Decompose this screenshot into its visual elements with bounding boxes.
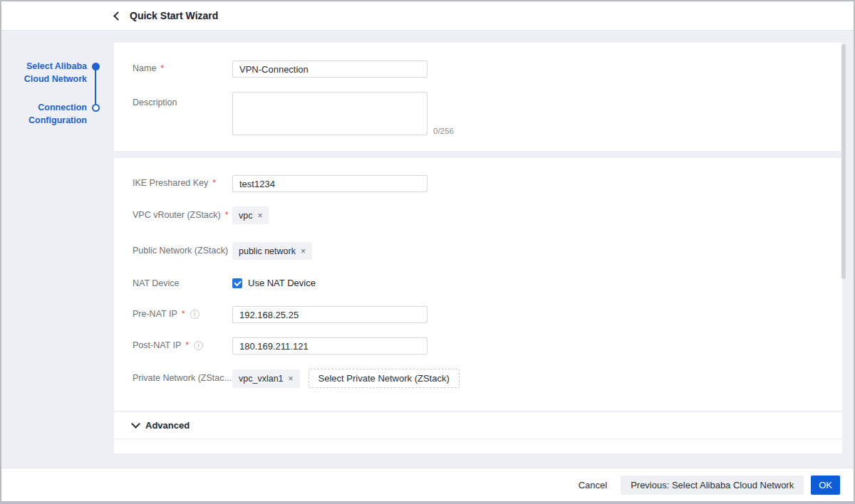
required-asterisk: * (185, 340, 189, 350)
nat-device-row: NAT Device Use NAT Device (114, 278, 842, 289)
required-asterisk: * (182, 309, 185, 319)
wizard-header: Quick Start Wizard (1, 1, 854, 31)
remove-tag-icon[interactable]: × (289, 374, 294, 383)
vpc-vrouter-tag[interactable]: vpc × (232, 206, 269, 224)
connection-config-card: IKE Preshared Key* VPC vRouter (ZStack)*… (114, 158, 842, 411)
required-asterisk: * (225, 210, 229, 220)
previous-step-button[interactable]: Previous: Select Alibaba Cloud Network (621, 476, 804, 495)
private-network-label: Private Network (ZStac...* (133, 373, 239, 383)
chevron-down-icon (131, 419, 140, 429)
ike-preshared-key-label: IKE Preshared Key* (133, 178, 216, 188)
description-label: Description (133, 98, 177, 107)
required-asterisk: * (160, 63, 164, 73)
name-row: Name* (114, 61, 842, 78)
name-input[interactable] (232, 61, 428, 78)
nat-device-label: NAT Device (133, 278, 180, 288)
advanced-toggle[interactable]: Advanced (114, 412, 842, 439)
vpc-vrouter-row: VPC vRouter (ZStack)* vpc × (114, 206, 842, 224)
select-private-network-button[interactable]: Select Private Network (ZStack) (309, 369, 460, 388)
pre-nat-ip-row: Pre-NAT IP* i (114, 306, 842, 323)
remove-tag-icon[interactable]: × (301, 247, 306, 256)
post-nat-ip-label: Post-NAT IP* i (133, 340, 203, 350)
description-row: Description (114, 92, 842, 135)
vpc-vrouter-label: VPC vRouter (ZStack)* (133, 210, 229, 220)
private-network-tag[interactable]: vpc_vxlan1 × (232, 369, 300, 388)
name-label: Name* (133, 63, 164, 73)
stepper-connector-line (95, 67, 96, 108)
wizard-stepper: Select Alibaba Cloud Network Connection … (1, 30, 113, 243)
ike-preshared-key-row: IKE Preshared Key* (114, 175, 842, 192)
post-nat-ip-input[interactable] (232, 337, 428, 355)
pre-nat-ip-label: Pre-NAT IP* i (133, 309, 200, 319)
public-network-label-text: Public Network (ZStack) (133, 246, 228, 256)
advanced-label: Advanced (145, 420, 190, 431)
private-network-controls: vpc_vxlan1 × Select Private Network (ZSt… (232, 369, 460, 388)
private-network-row: Private Network (ZStac...* vpc_vxlan1 × … (114, 369, 842, 388)
basic-info-card: Name* Description 0/256 (114, 43, 842, 151)
char-counter: 0/256 (433, 127, 454, 135)
post-nat-ip-label-text: Post-NAT IP (133, 340, 181, 350)
info-icon[interactable]: i (190, 310, 200, 319)
public-network-row: Public Network (ZStack)* public network … (114, 242, 842, 260)
ike-label-text: IKE Preshared Key (133, 178, 208, 188)
chevron-left-icon (113, 11, 123, 21)
scrollbar-thumb[interactable] (841, 44, 846, 279)
post-nat-ip-row: Post-NAT IP* i (114, 337, 842, 355)
pre-nat-ip-input[interactable] (232, 306, 428, 323)
back-icon[interactable] (113, 11, 123, 21)
nat-device-label-text: NAT Device (133, 278, 180, 288)
pre-nat-ip-label-text: Pre-NAT IP (133, 309, 177, 319)
step-select-alibaba-cloud-network[interactable]: Select Alibaba Cloud Network (4, 60, 87, 85)
private-network-tag-text: vpc_vxlan1 (239, 374, 284, 384)
description-label-text: Description (133, 98, 177, 107)
info-icon[interactable]: i (194, 341, 203, 350)
checkbox-checked-icon[interactable] (232, 278, 242, 288)
vpc-vrouter-tag-text: vpc (239, 211, 252, 221)
use-nat-device-checkbox[interactable]: Use NAT Device (232, 278, 316, 288)
remove-tag-icon[interactable]: × (257, 211, 262, 220)
ike-preshared-key-input[interactable] (232, 175, 428, 192)
quick-start-wizard-window: Quick Start Wizard Select Alibaba Cloud … (0, 0, 855, 504)
description-textarea[interactable] (232, 92, 428, 135)
advanced-section: Advanced (114, 412, 842, 453)
step-connection-configuration[interactable]: Connection Configuration (4, 101, 87, 127)
name-label-text: Name (133, 63, 156, 73)
step-current-dot-icon (92, 104, 100, 112)
page-title: Quick Start Wizard (130, 10, 218, 21)
cancel-button[interactable]: Cancel (579, 480, 607, 490)
private-network-label-text: Private Network (ZStac... (133, 373, 232, 383)
vpc-vrouter-label-text: VPC vRouter (ZStack) (133, 210, 221, 220)
ok-button[interactable]: OK (811, 476, 840, 495)
required-asterisk: * (212, 178, 216, 188)
public-network-label: Public Network (ZStack)* (133, 246, 236, 256)
header-title-area: Quick Start Wizard (113, 1, 218, 30)
public-network-tag-text: public network (239, 246, 296, 256)
public-network-tag[interactable]: public network × (232, 242, 312, 260)
wizard-footer: Cancel Previous: Select Alibaba Cloud Ne… (1, 468, 854, 501)
use-nat-device-checkbox-label[interactable]: Use NAT Device (248, 278, 316, 288)
